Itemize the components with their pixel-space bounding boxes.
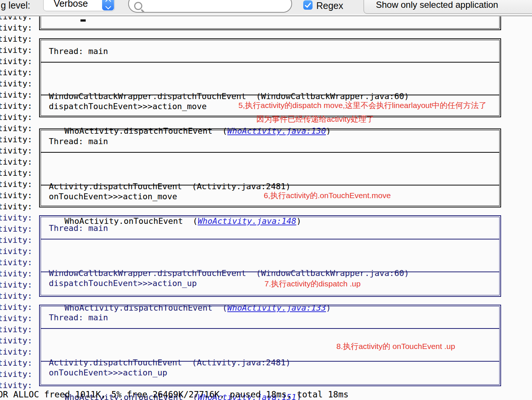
log-tag-truncated: tivity: [0, 67, 32, 78]
regex-label: Regex [316, 0, 343, 11]
log-tag-truncated: tivity: [0, 101, 32, 112]
log-level-value: Verbose [44, 0, 98, 9]
log-tag-truncated: tivity: [0, 123, 32, 134]
regex-checkbox[interactable] [303, 0, 313, 10]
log-level-label: g level: [1, 0, 30, 11]
app-filter-select[interactable]: Show only selected application [364, 0, 532, 14]
annotation-step8: 8.执行activity的 onTouchEvent .up [336, 341, 455, 352]
log-tag-truncated: tivity: [0, 268, 32, 279]
log-tag-truncated: tivity: [0, 335, 32, 346]
log-tag-truncated: tivity: [0, 22, 32, 34]
log-tag-truncated: tivity: [0, 223, 32, 235]
log-tag-truncated: tivity: [0, 156, 32, 168]
search-icon [134, 2, 142, 10]
log-tag-truncated: tivity: [0, 134, 32, 145]
annotation-step5-line1: 5,执行activity的dispatch move,这里不会执行linearl… [238, 100, 487, 111]
log-tag-truncated: tivity: [0, 279, 32, 291]
log-tag-truncated: tivity: [0, 190, 32, 201]
search-input[interactable] [128, 0, 292, 13]
toolbar: g level: Verbose Regex Show only selecte… [0, 0, 532, 14]
log-tag-truncated: tivity: [0, 302, 32, 313]
chevron-down-icon [105, 4, 111, 10]
log-tag-truncated: tivity: [0, 246, 32, 257]
thread-label: Thread: main [41, 307, 499, 328]
truncated-text-stub [80, 19, 86, 22]
gc-log-line: OR ALLOC freed 1011K, 5% free 26469K/277… [0, 390, 349, 399]
annotation-step5-line2: 因为事件已经传递给activity处理了 [256, 114, 374, 124]
annotation-step7: 7.执行activity的dispatch .up [265, 279, 361, 289]
log-tag-truncated: tivity: [0, 45, 32, 56]
log-tag-truncated: tivity: [0, 56, 32, 67]
log-tag-truncated: tivity: [0, 212, 32, 223]
log-tag-truncated: tivity: [0, 145, 32, 156]
log-tag-truncated: tivity: [0, 235, 32, 246]
stack-trace: WindowCallbackWrapper.dispatchTouchEvent… [41, 239, 499, 272]
log-tag-truncated: tivity: [0, 89, 32, 101]
select-stepper-icon[interactable] [102, 0, 114, 10]
thread-label: Thread: main [41, 130, 499, 152]
log-tag-truncated: tivity: [0, 324, 32, 335]
log-tag-truncated: tivity: [0, 291, 32, 302]
log-tag-truncated: tivity: [0, 346, 32, 358]
log-tag-truncated: tivity: [0, 313, 32, 324]
log-tag-truncated: tivity: [0, 257, 32, 268]
log-tag-truncated: tivity: [0, 168, 32, 179]
search-icon-handle [141, 9, 145, 13]
toolbar-divider [0, 15, 532, 16]
log-tag-truncated: tivity: [0, 112, 32, 123]
thread-label: Thread: main [41, 217, 499, 239]
stack-trace: Activity.dispatchTouchEvent (Activity.ja… [41, 152, 499, 185]
log-tag-truncated: tivity: [0, 369, 32, 380]
log-tag-truncated: tivity: [0, 179, 32, 190]
log-tag-truncated: tivity: [0, 358, 32, 369]
annotation-step6: 6,执行activity的.onTouchEvent.move [264, 190, 391, 201]
log-tag-truncated: tivity: [0, 78, 32, 89]
log-tag-truncated: tivity: [0, 34, 32, 45]
checkmark-icon [305, 1, 311, 8]
thread-label: Thread: main [41, 40, 499, 62]
app-filter-value: Show only selected application [376, 0, 498, 10]
log-level-select[interactable]: Verbose [43, 0, 115, 11]
log-tag-truncated: tivity: [0, 201, 32, 212]
stack-trace: WindowCallbackWrapper.dispatchTouchEvent… [41, 62, 499, 95]
logcat-window: g level: Verbose Regex Show only selecte… [0, 0, 532, 400]
